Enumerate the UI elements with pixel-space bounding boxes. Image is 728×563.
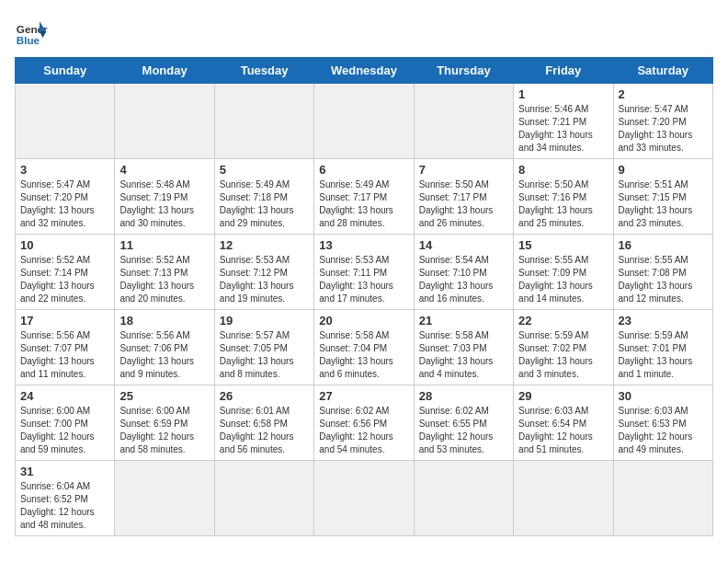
day-info: Sunrise: 5:47 AM Sunset: 7:20 PM Dayligh… [619, 103, 708, 155]
day-number: 13 [319, 238, 408, 252]
day-info: Sunrise: 5:52 AM Sunset: 7:14 PM Dayligh… [20, 254, 109, 305]
calendar-cell: 7Sunrise: 5:50 AM Sunset: 7:17 PM Daylig… [414, 159, 513, 235]
day-number: 30 [619, 389, 708, 403]
day-info: Sunrise: 5:58 AM Sunset: 7:04 PM Dayligh… [319, 329, 408, 381]
calendar-cell: 14Sunrise: 5:54 AM Sunset: 7:10 PM Dayli… [414, 235, 513, 310]
day-number: 1 [518, 87, 608, 101]
day-info: Sunrise: 5:56 AM Sunset: 7:07 PM Dayligh… [20, 329, 109, 381]
calendar-cell [414, 461, 513, 536]
day-number: 22 [518, 314, 608, 327]
weekday-header: Tuesday [214, 58, 313, 84]
day-info: Sunrise: 6:03 AM Sunset: 6:53 PM Dayligh… [619, 405, 708, 456]
day-info: Sunrise: 5:56 AM Sunset: 7:06 PM Dayligh… [119, 329, 209, 381]
calendar-cell [613, 461, 712, 536]
calendar-cell [16, 84, 115, 159]
calendar-cell: 30Sunrise: 6:03 AM Sunset: 6:53 PM Dayli… [613, 385, 712, 461]
calendar-cell: 6Sunrise: 5:49 AM Sunset: 7:17 PM Daylig… [314, 159, 414, 235]
day-info: Sunrise: 5:50 AM Sunset: 7:16 PM Dayligh… [518, 178, 608, 230]
day-number: 21 [419, 314, 508, 327]
calendar-cell: 25Sunrise: 6:00 AM Sunset: 6:59 PM Dayli… [115, 385, 214, 461]
day-number: 7 [419, 163, 508, 177]
calendar-cell: 24Sunrise: 6:00 AM Sunset: 7:00 PM Dayli… [16, 385, 115, 461]
weekday-header: Wednesday [314, 58, 414, 84]
calendar-cell: 26Sunrise: 6:01 AM Sunset: 6:58 PM Dayli… [214, 385, 313, 461]
calendar-cell [214, 84, 313, 159]
day-number: 18 [119, 314, 209, 327]
calendar-cell: 3Sunrise: 5:47 AM Sunset: 7:20 PM Daylig… [16, 159, 115, 235]
day-number: 25 [119, 389, 209, 403]
day-number: 15 [518, 238, 608, 252]
calendar-cell: 31Sunrise: 6:04 AM Sunset: 6:52 PM Dayli… [16, 461, 115, 536]
calendar-cell [115, 84, 214, 159]
day-number: 17 [20, 314, 109, 327]
day-info: Sunrise: 5:57 AM Sunset: 7:05 PM Dayligh… [220, 329, 309, 381]
day-number: 31 [20, 465, 109, 478]
day-number: 4 [119, 163, 209, 177]
day-number: 27 [319, 389, 408, 403]
calendar-cell: 1Sunrise: 5:46 AM Sunset: 7:21 PM Daylig… [514, 84, 613, 159]
day-number: 23 [619, 314, 708, 327]
day-info: Sunrise: 5:52 AM Sunset: 7:13 PM Dayligh… [119, 254, 209, 305]
day-number: 14 [419, 238, 508, 252]
day-number: 12 [220, 238, 309, 252]
day-info: Sunrise: 6:03 AM Sunset: 6:54 PM Dayligh… [518, 405, 608, 456]
day-number: 10 [20, 238, 109, 252]
calendar-cell: 16Sunrise: 5:55 AM Sunset: 7:08 PM Dayli… [613, 235, 712, 310]
day-info: Sunrise: 5:55 AM Sunset: 7:09 PM Dayligh… [518, 254, 608, 305]
day-number: 29 [518, 389, 608, 403]
day-info: Sunrise: 6:00 AM Sunset: 7:00 PM Dayligh… [20, 405, 109, 456]
day-number: 16 [619, 238, 708, 252]
weekday-header: Sunday [16, 58, 115, 84]
logo-icon: General Blue [15, 15, 48, 48]
day-number: 20 [319, 314, 408, 327]
day-info: Sunrise: 5:48 AM Sunset: 7:19 PM Dayligh… [119, 178, 209, 230]
calendar-cell: 15Sunrise: 5:55 AM Sunset: 7:09 PM Dayli… [514, 235, 613, 310]
day-info: Sunrise: 5:53 AM Sunset: 7:12 PM Dayligh… [220, 254, 309, 305]
day-number: 28 [419, 389, 508, 403]
day-info: Sunrise: 5:55 AM Sunset: 7:08 PM Dayligh… [619, 254, 708, 305]
calendar-cell: 28Sunrise: 6:02 AM Sunset: 6:55 PM Dayli… [414, 385, 513, 461]
calendar-cell: 11Sunrise: 5:52 AM Sunset: 7:13 PM Dayli… [115, 235, 214, 310]
calendar-cell [214, 461, 313, 536]
day-number: 19 [220, 314, 309, 327]
calendar-cell [115, 461, 214, 536]
calendar-cell [514, 461, 613, 536]
day-info: Sunrise: 5:59 AM Sunset: 7:01 PM Dayligh… [619, 329, 708, 381]
day-number: 26 [220, 389, 309, 403]
calendar-cell [314, 461, 414, 536]
calendar-cell [414, 84, 513, 159]
day-info: Sunrise: 6:02 AM Sunset: 6:55 PM Dayligh… [419, 405, 508, 456]
calendar-cell: 27Sunrise: 6:02 AM Sunset: 6:56 PM Dayli… [314, 385, 414, 461]
calendar-cell: 2Sunrise: 5:47 AM Sunset: 7:20 PM Daylig… [613, 84, 712, 159]
calendar-cell: 21Sunrise: 5:58 AM Sunset: 7:03 PM Dayli… [414, 310, 513, 385]
calendar-header: General Blue [15, 15, 713, 48]
calendar-cell: 19Sunrise: 5:57 AM Sunset: 7:05 PM Dayli… [214, 310, 313, 385]
day-number: 8 [518, 163, 608, 177]
logo: General Blue [15, 15, 48, 48]
weekday-header: Thursday [414, 58, 513, 84]
calendar-cell: 22Sunrise: 5:59 AM Sunset: 7:02 PM Dayli… [514, 310, 613, 385]
calendar-cell: 8Sunrise: 5:50 AM Sunset: 7:16 PM Daylig… [514, 159, 613, 235]
calendar-cell: 12Sunrise: 5:53 AM Sunset: 7:12 PM Dayli… [214, 235, 313, 310]
day-number: 11 [119, 238, 209, 252]
day-info: Sunrise: 6:00 AM Sunset: 6:59 PM Dayligh… [119, 405, 209, 456]
calendar-cell: 18Sunrise: 5:56 AM Sunset: 7:06 PM Dayli… [115, 310, 214, 385]
calendar-cell: 9Sunrise: 5:51 AM Sunset: 7:15 PM Daylig… [613, 159, 712, 235]
calendar-cell: 17Sunrise: 5:56 AM Sunset: 7:07 PM Dayli… [16, 310, 115, 385]
calendar-cell [314, 84, 414, 159]
day-info: Sunrise: 5:51 AM Sunset: 7:15 PM Dayligh… [619, 178, 708, 230]
calendar-cell: 5Sunrise: 5:49 AM Sunset: 7:18 PM Daylig… [214, 159, 313, 235]
weekday-header: Monday [115, 58, 214, 84]
day-number: 9 [619, 163, 708, 177]
calendar-cell: 20Sunrise: 5:58 AM Sunset: 7:04 PM Dayli… [314, 310, 414, 385]
calendar-cell: 29Sunrise: 6:03 AM Sunset: 6:54 PM Dayli… [514, 385, 613, 461]
day-info: Sunrise: 5:50 AM Sunset: 7:17 PM Dayligh… [419, 178, 508, 230]
calendar-header-row: SundayMondayTuesdayWednesdayThursdayFrid… [16, 58, 713, 84]
day-info: Sunrise: 5:53 AM Sunset: 7:11 PM Dayligh… [319, 254, 408, 305]
day-info: Sunrise: 6:04 AM Sunset: 6:52 PM Dayligh… [20, 480, 109, 532]
day-info: Sunrise: 5:46 AM Sunset: 7:21 PM Dayligh… [518, 103, 608, 155]
day-info: Sunrise: 5:47 AM Sunset: 7:20 PM Dayligh… [20, 178, 109, 230]
day-number: 24 [20, 389, 109, 403]
day-info: Sunrise: 5:58 AM Sunset: 7:03 PM Dayligh… [419, 329, 508, 381]
weekday-header: Saturday [613, 58, 712, 84]
